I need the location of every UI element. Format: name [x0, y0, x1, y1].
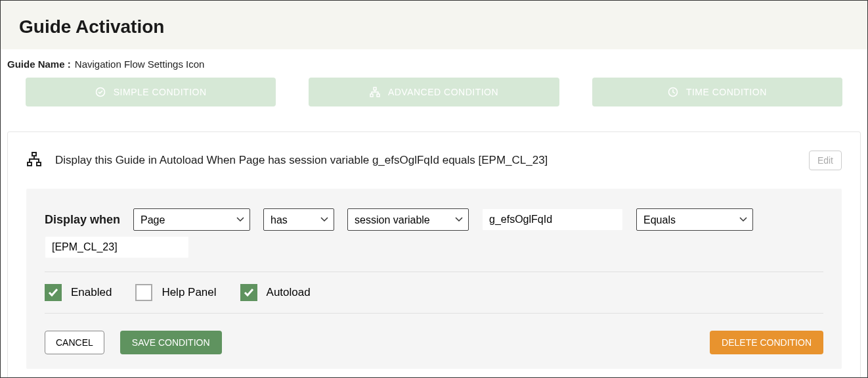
tab-time-condition[interactable]: TIME CONDITION [592, 78, 842, 106]
tab-label: ADVANCED CONDITION [388, 87, 498, 97]
session-variable-select[interactable]: session variable [347, 208, 469, 231]
help-panel-checkbox[interactable] [135, 284, 152, 301]
clock-icon [668, 87, 678, 97]
tab-label: TIME CONDITION [686, 87, 767, 97]
condition-body: Display when Page has session variable E… [26, 189, 842, 369]
match-value-input[interactable] [45, 236, 189, 258]
delete-condition-button[interactable]: DELETE CONDITION [710, 331, 823, 354]
page-select[interactable]: Page [133, 208, 250, 231]
condition-tabs: SIMPLE CONDITION ADVANCED CONDITION TIME… [1, 78, 867, 122]
condition-summary: Display this Guide in Autoload When Page… [55, 154, 796, 167]
condition-panel: Display this Guide in Autoload When Page… [7, 131, 861, 378]
button-row: CANCEL SAVE CONDITION DELETE CONDITION [45, 325, 823, 354]
has-select[interactable]: has [263, 208, 334, 231]
hierarchy-icon [26, 151, 42, 170]
divider [45, 313, 823, 314]
page-title: Guide Activation [19, 16, 849, 37]
condition-header: Display this Guide in Autoload When Page… [26, 151, 842, 170]
checkbox-row: Enabled Help Panel Autoload [45, 284, 823, 301]
variable-name-input[interactable] [482, 208, 623, 231]
enabled-label: Enabled [71, 286, 112, 299]
tab-label: SIMPLE CONDITION [114, 87, 207, 97]
check-circle-icon [95, 87, 106, 97]
help-panel-label: Help Panel [162, 286, 216, 299]
guide-name-label: Guide Name : [7, 59, 71, 70]
svg-rect-1 [374, 87, 376, 90]
svg-rect-6 [28, 162, 32, 166]
autoload-label: Autoload [267, 286, 311, 299]
header-section: Guide Activation [1, 1, 867, 49]
tab-advanced-condition[interactable]: ADVANCED CONDITION [309, 78, 559, 106]
svg-rect-2 [370, 94, 373, 97]
autoload-checkbox[interactable] [240, 284, 257, 301]
svg-rect-5 [32, 153, 36, 156]
svg-rect-7 [37, 162, 41, 166]
help-panel-checkbox-item: Help Panel [135, 284, 216, 301]
enabled-checkbox-item: Enabled [45, 284, 112, 301]
operator-select[interactable]: Equals [636, 208, 753, 231]
svg-rect-3 [377, 94, 380, 97]
divider [45, 272, 823, 272]
autoload-checkbox-item: Autoload [240, 284, 311, 301]
enabled-checkbox[interactable] [45, 284, 62, 301]
value-row [45, 236, 823, 258]
condition-form-row: Display when Page has session variable E… [45, 208, 823, 231]
edit-button[interactable]: Edit [809, 151, 842, 170]
guide-name-value: Navigation Flow Settings Icon [75, 59, 205, 70]
hierarchy-icon [370, 87, 380, 97]
guide-name-row: Guide Name : Navigation Flow Settings Ic… [1, 49, 867, 78]
display-when-label: Display when [45, 213, 120, 227]
cancel-button[interactable]: CANCEL [45, 331, 104, 354]
tab-simple-condition[interactable]: SIMPLE CONDITION [26, 78, 276, 106]
save-condition-button[interactable]: SAVE CONDITION [120, 331, 222, 354]
